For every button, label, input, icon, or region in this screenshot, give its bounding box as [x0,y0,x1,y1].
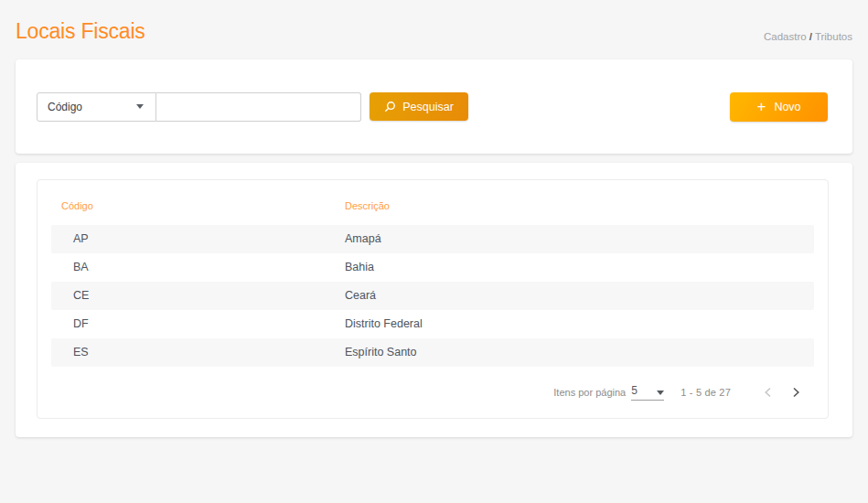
search-field-selected-value: Código [48,101,82,113]
search-button[interactable]: Pesquisar [370,92,468,121]
chevron-right-icon [789,386,802,399]
next-page-button[interactable] [782,380,809,405]
table-row[interactable]: AP Amapá [51,225,814,253]
new-button[interactable]: + Novo [730,92,828,122]
table-body: AP Amapá BA Bahia CE Ceará DF Distrito F… [38,225,828,367]
cell-codigo: BA [73,261,345,273]
page-size-value: 5 [631,384,638,397]
column-header-codigo[interactable]: Código [61,200,345,211]
table-panel: Código Descrição AP Amapá BA Bahia CE Ce… [16,163,852,437]
cell-descricao: Distrito Federal [345,317,423,330]
breadcrumb-parent[interactable]: Cadastro [764,31,807,42]
pagination: Itens por página 5 1 - 5 de 27 [38,367,828,418]
page-header: Locais Fiscais Cadastro/Tributos [16,0,852,44]
cell-codigo: DF [73,317,345,330]
column-header-descricao[interactable]: Descrição [345,200,390,211]
cell-codigo: CE [73,289,345,302]
breadcrumb: Cadastro/Tributos [764,31,852,44]
cell-codigo: AP [73,232,345,245]
breadcrumb-separator: / [809,31,812,42]
plus-icon: + [756,99,766,114]
table-row[interactable]: DF Distrito Federal [51,310,814,338]
table-row[interactable]: ES Espírito Santo [51,338,814,367]
search-panel: Código Pesquisar + Novo [16,59,852,154]
table-row[interactable]: BA Bahia [51,253,814,282]
cell-descricao: Ceará [345,289,376,302]
table-card: Código Descrição AP Amapá BA Bahia CE Ce… [37,179,829,419]
page-title: Locais Fiscais [16,19,145,44]
chevron-down-icon [657,391,664,395]
search-icon [384,101,396,112]
breadcrumb-current: Tributos [815,31,852,42]
search-field-select[interactable]: Código [37,92,156,122]
previous-page-button[interactable] [755,380,782,405]
chevron-down-icon [136,104,144,109]
cell-descricao: Bahia [345,261,374,273]
table-header-row: Código Descrição [38,180,828,225]
search-input[interactable] [156,92,361,122]
items-per-page-label: Itens por página [553,387,626,398]
page: Locais Fiscais Cadastro/Tributos Código … [0,0,868,437]
search-button-label: Pesquisar [402,101,454,113]
cell-descricao: Amapá [345,232,381,245]
cell-descricao: Espírito Santo [345,346,417,359]
chevron-left-icon [762,386,775,399]
table-row[interactable]: CE Ceará [51,282,814,310]
cell-codigo: ES [73,346,345,359]
pagination-range: 1 - 5 de 27 [680,387,731,398]
new-button-label: Novo [774,101,800,113]
page-size-select[interactable]: 5 [631,384,664,401]
search-field-combo: Código [37,92,361,122]
